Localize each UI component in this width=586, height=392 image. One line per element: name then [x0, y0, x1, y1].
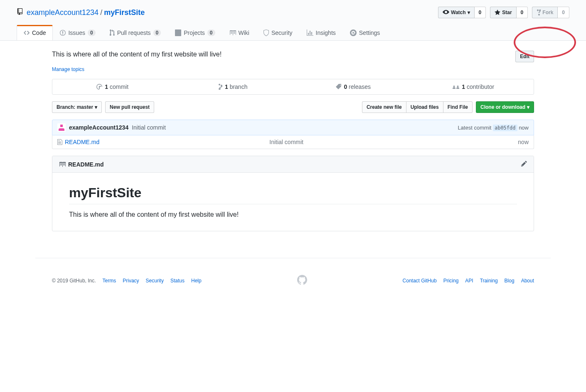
- readme-body: This is where all of the content of my f…: [69, 211, 517, 218]
- stat-contributors[interactable]: 1 contributor: [414, 79, 534, 94]
- repo-description: This is where all of the content of my f…: [52, 51, 222, 58]
- tab-projects[interactable]: Projects 0: [168, 25, 222, 40]
- file-commit-message[interactable]: Initial commit: [269, 139, 518, 145]
- branch-prefix: Branch:: [57, 103, 75, 111]
- star-label: Star: [502, 8, 512, 17]
- repo-content: This is where all of the content of my f…: [35, 41, 551, 241]
- site-footer: © 2019 GitHub, Inc. TermsPrivacySecurity…: [35, 258, 551, 303]
- new-pr-button[interactable]: New pull request: [105, 101, 154, 113]
- readme-title: myFirstSite: [69, 185, 517, 204]
- tag-icon: [336, 83, 342, 90]
- manage-topics-link[interactable]: Manage topics: [52, 66, 84, 72]
- footer-copyright: © 2019 GitHub, Inc.: [52, 278, 96, 284]
- tab-wiki-label: Wiki: [239, 29, 249, 36]
- stat-releases[interactable]: 0 releases: [293, 79, 414, 94]
- create-file-button[interactable]: Create new file: [362, 101, 406, 113]
- footer-left-links: TermsPrivacySecurityStatusHelp: [103, 278, 202, 284]
- gear-icon: [350, 29, 357, 36]
- owner-link[interactable]: exampleAccount1234: [27, 8, 98, 17]
- repo-link[interactable]: myFirstSite: [104, 8, 145, 17]
- star-count[interactable]: 0: [517, 7, 528, 18]
- footer-link[interactable]: Privacy: [123, 278, 139, 284]
- star-group: Star 0: [490, 7, 528, 18]
- footer-link[interactable]: About: [521, 278, 534, 284]
- stat-commits[interactable]: 1 commit: [52, 79, 173, 94]
- branch-select[interactable]: Branch: master ▾: [52, 101, 102, 113]
- readme-filename: README.md: [68, 161, 104, 168]
- path-separator: /: [100, 8, 102, 17]
- people-icon: [453, 83, 459, 90]
- commit-time: now: [519, 125, 529, 131]
- star-button[interactable]: Star: [490, 7, 516, 18]
- commits-label: commit: [110, 83, 128, 90]
- repo-icon: [17, 8, 23, 17]
- readme-edit-button[interactable]: [521, 160, 527, 168]
- tab-pulls-label: Pull requests: [117, 29, 151, 36]
- upload-files-button[interactable]: Upload files: [406, 101, 443, 113]
- commit-message: Initial commit: [132, 124, 166, 131]
- tab-code[interactable]: Code: [17, 25, 53, 40]
- watch-count[interactable]: 0: [475, 7, 486, 18]
- commit-author: exampleAccount1234: [69, 124, 128, 131]
- commit-tease[interactable]: exampleAccount1234 Initial commit Latest…: [52, 120, 534, 135]
- clone-download-button[interactable]: Clone or download ▾: [476, 101, 534, 113]
- footer-link[interactable]: Status: [170, 278, 185, 284]
- footer-right-links: Contact GitHubPricingAPITrainingBlogAbou…: [403, 278, 534, 284]
- tab-issues[interactable]: Issues 0: [53, 25, 102, 40]
- projects-count: 0: [207, 29, 215, 36]
- tab-settings-label: Settings: [359, 29, 380, 36]
- tab-pulls[interactable]: Pull requests 0: [103, 25, 168, 40]
- releases-label: releases: [349, 83, 371, 90]
- stat-branches[interactable]: 1 branch: [173, 79, 293, 94]
- footer-link[interactable]: Terms: [103, 278, 116, 284]
- tab-insights[interactable]: Insights: [300, 25, 343, 40]
- watch-group: Watch ▾ 0: [438, 7, 486, 18]
- fork-button: Fork: [532, 7, 558, 18]
- branch-name: master: [77, 103, 93, 111]
- clone-label: Clone or download: [480, 103, 525, 111]
- pencil-icon: [521, 160, 527, 167]
- table-row: README.md Initial commit now: [52, 135, 534, 149]
- file-navigation: Branch: master ▾ New pull request Create…: [52, 101, 534, 113]
- pulls-count: 0: [153, 29, 161, 36]
- caret-down-icon: ▾: [95, 103, 97, 111]
- repo-title: exampleAccount1234 / myFirstSite: [17, 8, 145, 17]
- watch-label: Watch: [451, 8, 466, 17]
- footer-link[interactable]: Training: [480, 278, 498, 284]
- branches-num: 1: [225, 83, 228, 90]
- history-icon: [96, 83, 102, 90]
- tab-wiki[interactable]: Wiki: [222, 25, 256, 40]
- caret-down-icon: ▾: [527, 103, 529, 111]
- tab-insights-label: Insights: [316, 29, 336, 36]
- watch-button[interactable]: Watch ▾: [438, 7, 475, 18]
- readme-box: README.md myFirstSite This is where all …: [52, 156, 534, 231]
- tab-security-label: Security: [271, 29, 293, 36]
- contributors-num: 1: [462, 83, 465, 90]
- edit-button[interactable]: Edit: [515, 51, 534, 62]
- branch-icon: [218, 83, 222, 90]
- contributors-label: contributor: [467, 83, 494, 90]
- readme-content: myFirstSite This is where all of the con…: [52, 173, 534, 231]
- footer-link[interactable]: API: [465, 278, 473, 284]
- file-link[interactable]: README.md: [65, 139, 99, 145]
- repo-pagehead: exampleAccount1234 / myFirstSite Watch ▾…: [0, 0, 586, 41]
- footer-link[interactable]: Security: [146, 278, 164, 284]
- footer-link[interactable]: Blog: [505, 278, 515, 284]
- fork-label: Fork: [542, 8, 553, 17]
- footer-link[interactable]: Contact GitHub: [403, 278, 437, 284]
- branches-label: branch: [230, 83, 248, 90]
- find-file-button[interactable]: Find File: [443, 101, 473, 113]
- file-list: README.md Initial commit now: [52, 135, 534, 149]
- github-mark-icon[interactable]: [297, 275, 307, 286]
- issues-count: 0: [88, 29, 96, 36]
- repo-description-row: This is where all of the content of my f…: [52, 51, 534, 62]
- footer-link[interactable]: Help: [191, 278, 202, 284]
- releases-num: 0: [344, 83, 347, 90]
- tab-settings[interactable]: Settings: [343, 25, 387, 40]
- avatar: [57, 123, 66, 132]
- tab-security[interactable]: Security: [256, 25, 300, 40]
- file-icon: [57, 139, 62, 145]
- book-icon: [59, 161, 66, 168]
- footer-link[interactable]: Pricing: [443, 278, 459, 284]
- repo-tabnav: Code Issues 0 Pull requests 0 Projects 0…: [17, 25, 569, 40]
